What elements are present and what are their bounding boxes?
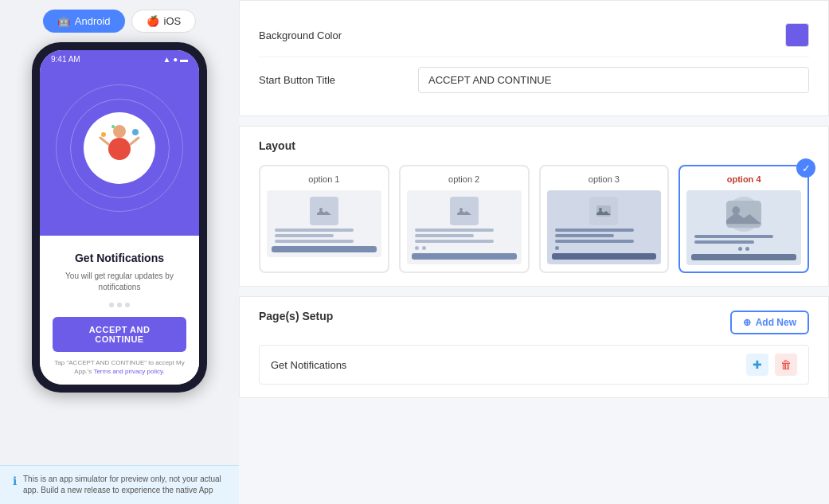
page-add-button[interactable]: ✚ xyxy=(746,354,768,376)
android-icon: 🤖 xyxy=(57,15,70,27)
preview-image-1 xyxy=(310,197,338,225)
page-delete-button[interactable]: 🗑 xyxy=(775,354,797,376)
selected-check-icon: ✓ xyxy=(796,158,815,178)
preview-image-2 xyxy=(450,197,479,225)
settings-section: Background Color Start Button Title xyxy=(239,0,829,116)
layout-options: option 1 option 2 xyxy=(259,165,809,273)
add-new-label: Add New xyxy=(756,317,796,328)
preview-line xyxy=(415,240,494,243)
pages-setup-title: Page(s) Setup xyxy=(259,310,333,322)
accept-continue-button[interactable]: ACCEPT AND CONTINUE xyxy=(53,317,186,352)
right-panel: Background Color Start Button Title Layo… xyxy=(239,0,829,504)
phone-inner: 9:41 AM ▲ ● ▬ xyxy=(40,50,199,385)
layout-option-3[interactable]: option 3 xyxy=(539,165,670,273)
background-color-row: Background Color xyxy=(259,14,809,57)
preview-lines-1 xyxy=(272,229,377,243)
plus-circle-icon: ⊕ xyxy=(743,317,751,328)
preview-line xyxy=(555,240,634,243)
info-text: This is an app simulator for preview onl… xyxy=(23,474,226,496)
ios-tab[interactable]: 🍎 iOS xyxy=(131,10,197,33)
preview-line xyxy=(694,235,773,238)
preview-btn-2 xyxy=(412,253,517,260)
svg-point-0 xyxy=(113,125,126,138)
layout-option-3-label: option 3 xyxy=(589,174,620,184)
start-button-title-label: Start Button Title xyxy=(259,74,418,86)
page-item-actions: ✚ 🗑 xyxy=(746,354,797,376)
preview-lines-2 xyxy=(412,229,517,243)
svg-point-1 xyxy=(108,138,131,160)
svg-point-6 xyxy=(111,125,115,128)
preview-image-3 xyxy=(589,197,618,225)
preview-line xyxy=(415,229,494,232)
add-new-button[interactable]: ⊕ Add New xyxy=(730,311,809,334)
preview-image-4-circle xyxy=(726,197,761,232)
layout-option-2[interactable]: option 2 xyxy=(399,165,530,273)
preview-dot xyxy=(745,247,749,251)
layout-preview-2 xyxy=(407,190,522,264)
platform-tabs: 🤖 Android 🍎 iOS xyxy=(0,0,239,42)
status-time: 9:41 AM xyxy=(51,55,80,64)
preview-line xyxy=(275,240,354,243)
android-tab[interactable]: 🤖 Android xyxy=(43,10,125,33)
layout-preview-4 xyxy=(686,190,801,265)
preview-line xyxy=(275,234,334,237)
image-icon-3 xyxy=(596,204,611,218)
pages-header: Page(s) Setup ⊕ Add New xyxy=(259,310,809,335)
dot-2 xyxy=(117,303,122,307)
left-panel: 🤖 Android 🍎 iOS 9:41 AM ▲ ● ▬ xyxy=(0,0,239,504)
info-icon: ℹ xyxy=(13,475,17,487)
svg-line-2 xyxy=(100,138,108,144)
layout-section: Layout option 1 o xyxy=(239,126,829,287)
preview-line xyxy=(694,240,753,244)
phone-content-top xyxy=(40,68,199,236)
layout-option-4[interactable]: ✓ option 4 xyxy=(678,165,809,273)
preview-dot xyxy=(555,246,559,250)
apple-icon: 🍎 xyxy=(147,15,159,27)
pages-section: Page(s) Setup ⊕ Add New Get Notification… xyxy=(239,296,829,398)
preview-btn-3 xyxy=(552,253,657,260)
image-icon-1 xyxy=(317,204,331,218)
preview-lines-4 xyxy=(691,235,796,244)
terms-link[interactable]: Terms and privacy policy. xyxy=(93,368,164,375)
start-button-title-row: Start Button Title xyxy=(259,57,809,103)
layout-option-2-label: option 2 xyxy=(448,174,479,184)
start-button-title-input[interactable] xyxy=(418,67,809,93)
layout-option-4-label: option 4 xyxy=(727,174,761,184)
svg-point-4 xyxy=(101,132,106,137)
preview-line xyxy=(275,229,354,232)
background-color-label: Background Color xyxy=(259,29,418,41)
avatar xyxy=(84,112,155,184)
dots-indicator xyxy=(109,303,130,307)
svg-point-5 xyxy=(132,129,139,135)
layout-option-1[interactable]: option 1 xyxy=(259,165,389,273)
status-icons: ▲ ● ▬ xyxy=(163,55,189,64)
image-icon-2 xyxy=(457,204,471,218)
layout-option-1-label: option 1 xyxy=(308,174,339,184)
info-bar: ℹ This is an app simulator for preview o… xyxy=(0,465,239,504)
image-icon-4 xyxy=(726,201,761,228)
preview-line xyxy=(555,229,634,232)
notification-title: Get Notifications xyxy=(75,252,164,264)
phone-status-bar: 9:41 AM ▲ ● ▬ xyxy=(40,50,199,68)
preview-dot xyxy=(738,247,742,251)
page-item-label: Get Notifications xyxy=(271,359,346,371)
background-color-value xyxy=(418,23,809,47)
layout-section-title: Layout xyxy=(259,139,809,152)
preview-btn-4 xyxy=(691,254,796,260)
android-label: Android xyxy=(75,15,111,27)
preview-dot xyxy=(422,246,426,250)
color-swatch[interactable] xyxy=(785,23,809,47)
preview-btn-1 xyxy=(272,246,377,252)
preview-lines-3 xyxy=(552,229,657,243)
start-button-title-value xyxy=(418,67,809,93)
person-illustration xyxy=(96,120,143,176)
ios-label: iOS xyxy=(164,15,182,27)
phone-wrapper: 9:41 AM ▲ ● ▬ xyxy=(32,42,207,465)
phone-device: 9:41 AM ▲ ● ▬ xyxy=(32,42,207,393)
layout-preview-3 xyxy=(547,190,662,264)
notification-desc: You will get regular updates by notifica… xyxy=(53,271,186,293)
svg-line-3 xyxy=(131,138,139,144)
layout-preview-1 xyxy=(267,190,381,257)
dot-1 xyxy=(109,303,114,307)
page-item-notifications: Get Notifications ✚ 🗑 xyxy=(259,345,809,385)
